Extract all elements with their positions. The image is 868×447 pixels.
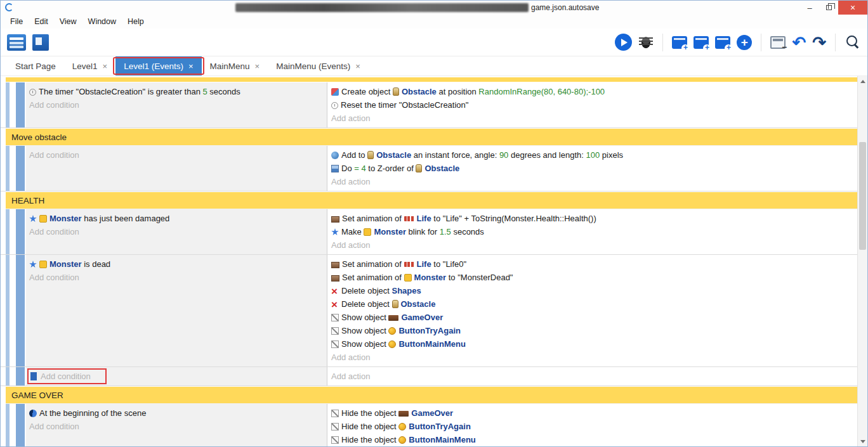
search-icon[interactable] (845, 34, 861, 51)
action-line[interactable]: Show object GameOver (331, 311, 852, 324)
start-page-icon[interactable] (32, 34, 49, 51)
group-header-partial[interactable] (6, 77, 857, 82)
actions-cell[interactable]: Set animation of Life to "Life0"Set anim… (327, 255, 857, 366)
menu-window[interactable]: Window (82, 15, 122, 29)
action-line[interactable]: Do = 4 to Z-order of Obstacle (331, 162, 852, 175)
tab-level1[interactable]: Level1 × (64, 56, 115, 75)
condition-line[interactable]: At the beginning of the scene (29, 406, 322, 420)
action-line[interactable]: Set animation of Monster to "MonsterDead… (331, 271, 852, 284)
add-action-button[interactable]: Add action (331, 175, 852, 188)
actions-cell[interactable]: Set animation of Life to "Life" + ToStri… (327, 209, 857, 254)
close-tab-icon[interactable]: × (103, 62, 108, 71)
play-preview-icon[interactable] (615, 34, 632, 51)
tab-bar: Start Page Level1 × Level1 (Events) × Ma… (1, 56, 867, 75)
project-window-icon[interactable] (770, 36, 786, 49)
add-extension-icon[interactable] (737, 35, 752, 50)
add-condition-button[interactable]: Add condition (29, 98, 322, 112)
condition-line[interactable]: Monster has just been damaged (29, 212, 322, 225)
title-bar[interactable]: game.json.autosave – × (1, 1, 867, 15)
actions-cell[interactable]: Create object Obstacle at position Rando… (327, 82, 857, 127)
scrollbar-track[interactable] (858, 86, 867, 436)
add-action-button[interactable]: Add action (331, 238, 852, 252)
add-condition-button[interactable]: Add condition (29, 271, 322, 284)
group-header[interactable]: Move obstacle (6, 128, 857, 146)
group-header[interactable]: HEALTH (6, 191, 857, 209)
add-action-button[interactable]: Add action (331, 370, 852, 383)
close-tab-icon[interactable]: × (188, 62, 194, 71)
scroll-down-button[interactable] (858, 436, 867, 446)
actions-cell[interactable]: Add to Obstacle an instant force, angle:… (327, 146, 857, 191)
conditions-cell[interactable]: Monster has just been damagedAdd conditi… (26, 209, 327, 254)
action-line[interactable]: Hide the object GameOver (331, 406, 852, 420)
action-line[interactable]: Add to Obstacle an instant force, angle:… (331, 148, 852, 162)
action-line[interactable]: Reset the timer "ObstacleCreation" (331, 98, 852, 112)
obstacle-icon (367, 151, 374, 159)
debug-icon[interactable] (638, 36, 654, 49)
arrow-up-icon (860, 80, 865, 83)
menu-edit[interactable]: Edit (29, 15, 54, 29)
event-gutter[interactable] (1, 255, 26, 366)
undo-icon[interactable] (792, 35, 806, 50)
tab-mainmenu[interactable]: MainMenu × (202, 56, 268, 75)
tab-start-page[interactable]: Start Page (7, 56, 64, 75)
text-segment: Show object (341, 326, 388, 335)
maximize-button[interactable] (819, 1, 838, 15)
condition-line[interactable]: The timer "ObstacleCreation" is greater … (29, 85, 322, 98)
close-button[interactable]: × (838, 1, 867, 15)
scrollbar-thumb[interactable] (859, 142, 866, 250)
conditions-cell[interactable]: Monster is deadAdd condition (26, 255, 327, 366)
event-gutter[interactable] (1, 209, 26, 254)
menu-file[interactable]: File (4, 15, 29, 29)
add-condition-button[interactable]: Add condition (29, 148, 322, 162)
menu-help[interactable]: Help (122, 15, 150, 29)
text-segment: Hide the object (341, 435, 398, 444)
action-line[interactable]: Show object ButtonTryAgain (331, 324, 852, 337)
conditions-cell[interactable]: At the beginning of the sceneAdd conditi… (26, 404, 327, 446)
tab-level1-events[interactable]: Level1 (Events) × (115, 56, 201, 75)
event-gutter[interactable] (1, 146, 26, 191)
add-condition-button[interactable]: Add condition (29, 420, 322, 433)
action-line[interactable]: Set animation of Life to "Life0" (331, 257, 852, 271)
tab-mainmenu-events[interactable]: MainMenu (Events) × (268, 56, 369, 75)
action-line[interactable]: Set animation of Life to "Life" + ToStri… (331, 212, 852, 225)
action-line[interactable]: Make Monster blink for 1.5 seconds (331, 225, 852, 238)
conditions-cell[interactable]: Add condition (26, 367, 327, 385)
add-action-button[interactable]: Add action (331, 351, 852, 364)
text-segment: Monster (49, 259, 82, 269)
timer-icon (29, 89, 36, 96)
close-tab-icon[interactable]: × (355, 62, 360, 71)
event-row-monster-dead: Monster is deadAdd condition Set animati… (1, 255, 857, 367)
group-header[interactable]: GAME OVER (6, 386, 857, 404)
minimize-button[interactable]: – (800, 1, 819, 15)
add-condition-button[interactable]: Add condition (29, 370, 105, 383)
actions-cell[interactable]: Add action (327, 367, 857, 385)
redo-icon[interactable] (812, 35, 826, 50)
condition-line[interactable]: Monster is dead (29, 257, 322, 271)
obstacle-icon (392, 300, 398, 308)
action-line[interactable]: Hide the object ButtonTryAgain (331, 420, 852, 433)
action-line[interactable]: Delete object Shapes (331, 284, 852, 297)
actions-cell[interactable]: Hide the object GameOverHide the object … (327, 404, 857, 446)
action-line[interactable]: Create object Obstacle at position Rando… (331, 85, 852, 98)
button-icon (388, 340, 396, 348)
close-tab-icon[interactable]: × (255, 62, 260, 71)
add-external-events-icon[interactable] (694, 36, 709, 49)
action-line[interactable]: Delete object Obstacle (331, 297, 852, 311)
projects-manager-icon[interactable] (7, 34, 26, 51)
add-scene-icon[interactable] (672, 36, 687, 49)
event-gutter[interactable] (1, 367, 26, 385)
action-line[interactable]: Hide the object ButtonMainMenu (331, 433, 852, 446)
event-gutter[interactable] (1, 82, 26, 127)
add-action-button[interactable]: Add action (331, 112, 852, 125)
action-line[interactable]: Show object ButtonMainMenu (331, 337, 852, 351)
add-external-layout-icon[interactable] (715, 36, 730, 49)
conditions-cell[interactable]: Add condition (26, 146, 327, 191)
menu-view[interactable]: View (54, 15, 82, 29)
event-gutter[interactable] (1, 404, 26, 446)
scroll-up-button[interactable] (858, 76, 867, 86)
text-segment: GameOver (411, 408, 453, 418)
vertical-scrollbar[interactable] (857, 76, 867, 446)
add-condition-button[interactable]: Add condition (29, 225, 322, 238)
text-segment: Set animation of (342, 273, 404, 282)
conditions-cell[interactable]: The timer "ObstacleCreation" is greater … (26, 82, 327, 127)
